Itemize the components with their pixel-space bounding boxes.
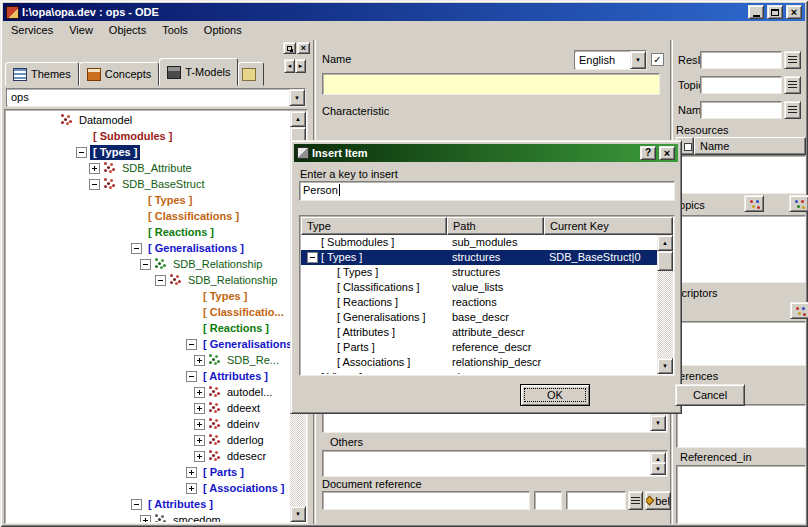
document-reference-extra-input[interactable]: [566, 491, 626, 510]
dialog-table-row[interactable]: [ Generalisations ]base_descr: [301, 310, 660, 325]
dialog-table-row[interactable]: [ Submodules ]sub_modules: [301, 235, 660, 250]
close-button[interactable]: ×: [786, 5, 802, 19]
insert-target-table[interactable]: Type Path Current Key [ Submodules ]sub_…: [299, 215, 675, 376]
menu-services[interactable]: Services: [3, 22, 61, 38]
minus-expander-icon[interactable]: [307, 252, 318, 263]
tree-item-smcedom[interactable]: smcedom: [6, 512, 290, 522]
dialog-table-row[interactable]: [ Associations ]relationship_descr: [301, 355, 660, 370]
tree-item-attributes[interactable]: [ Attributes ]: [6, 496, 290, 512]
dialog-table-row[interactable]: [ Views ]views: [301, 370, 660, 374]
tree-item-generalisations[interactable]: [ Generalisations ]: [6, 240, 290, 256]
tree-item-reactions[interactable]: [ Reactions ]: [6, 320, 290, 336]
tree-item-ddeext[interactable]: ddeext: [6, 400, 290, 416]
tab-tmodels[interactable]: T-Models: [159, 58, 238, 86]
minus-expander-icon[interactable]: [131, 499, 142, 510]
plus-expander-icon[interactable]: [194, 451, 205, 462]
minus-expander-icon[interactable]: [186, 371, 197, 382]
plus-expander-icon[interactable]: [140, 515, 151, 523]
resid-input[interactable]: [700, 51, 782, 69]
scrollbar-thumb[interactable]: [657, 251, 673, 271]
tree-item-sdb-basestruct[interactable]: SDB_BaseStruct: [6, 176, 290, 192]
dialog-close-button[interactable]: ×: [659, 146, 675, 160]
minus-expander-icon[interactable]: [186, 339, 197, 350]
label-button[interactable]: bel: [645, 491, 671, 510]
column-header-path[interactable]: Path: [447, 217, 544, 235]
topic-browse-button[interactable]: [784, 76, 801, 94]
resources-list[interactable]: [676, 155, 806, 194]
descriptors-list[interactable]: [676, 321, 806, 366]
plus-expander-icon[interactable]: [194, 419, 205, 430]
dialog-help-button[interactable]: ?: [640, 146, 656, 160]
tree-item-parts[interactable]: [ Parts ]: [6, 464, 290, 480]
tree-item-types[interactable]: [ Types ]: [6, 288, 290, 304]
tree-item-reactions[interactable]: [ Reactions ]: [6, 224, 290, 240]
tree-item-sdb-attribute[interactable]: SDB_Attribute: [6, 160, 290, 176]
descriptors-add-button[interactable]: [790, 302, 808, 319]
dialog-table-row[interactable]: [ Types ]structuresSDB_BaseStruct|0: [301, 250, 660, 265]
scroll-down-icon[interactable]: ▼: [650, 415, 666, 431]
plus-expander-icon[interactable]: [194, 355, 205, 366]
menu-tools[interactable]: Tools: [154, 22, 196, 38]
menu-options[interactable]: Options: [196, 22, 250, 38]
tree-item-ddesecr[interactable]: ddesecr: [6, 448, 290, 464]
dialog-table-row[interactable]: [ Classifications ]value_lists: [301, 280, 660, 295]
tree-item-datamodel[interactable]: Datamodel: [6, 112, 290, 128]
document-reference-input[interactable]: [322, 491, 530, 510]
resources-header-name[interactable]: Name: [694, 137, 806, 155]
table-scrollbar[interactable]: ▲ ▼: [657, 235, 673, 374]
dialog-table-row[interactable]: [ Attributes ]attribute_descr: [301, 325, 660, 340]
maximize-button[interactable]: [767, 5, 783, 19]
tree-item-sdb-re[interactable]: SDB_Re...: [6, 352, 290, 368]
tree-item-types[interactable]: [ Types ]: [6, 144, 290, 160]
cancel-button[interactable]: Cancel: [675, 384, 745, 406]
topics-remove-button[interactable]: [789, 195, 808, 212]
tree-item-classifications[interactable]: [ Classifications ]: [6, 208, 290, 224]
key-input[interactable]: Person: [299, 181, 675, 201]
menu-objects[interactable]: Objects: [101, 22, 154, 38]
references-list[interactable]: [676, 404, 806, 448]
tree-item-ddeinv[interactable]: ddeinv: [6, 416, 290, 432]
tree-item-sdb-relationship[interactable]: SDB_Relationship: [6, 272, 290, 288]
language-lock-checkbox[interactable]: ✓: [651, 53, 664, 66]
resource-name-browse-button[interactable]: [784, 101, 801, 119]
minus-expander-icon[interactable]: [76, 147, 87, 158]
tree-item-classificatio[interactable]: [ Classificatio...: [6, 304, 290, 320]
model-combo-dropdown[interactable]: ▼: [289, 89, 305, 106]
language-combo-dropdown[interactable]: ▼: [630, 51, 646, 69]
language-combo[interactable]: English ▼: [574, 50, 647, 70]
tab-concepts[interactable]: Concepts: [79, 62, 159, 86]
tree-item-dderlog[interactable]: dderlog: [6, 432, 290, 448]
dialog-title-bar[interactable]: Insert Item ? ×: [294, 144, 678, 162]
title-bar[interactable]: I:\opa\opa.dev : ops - ODE ×: [3, 3, 805, 21]
plus-expander-icon[interactable]: [194, 403, 205, 414]
plus-expander-icon[interactable]: [194, 435, 205, 446]
others-scrollbar[interactable]: ▲ ▼: [650, 452, 666, 475]
column-header-type[interactable]: Type: [301, 217, 447, 235]
scroll-down-icon[interactable]: ▼: [650, 462, 666, 475]
document-reference-page-input[interactable]: [534, 491, 562, 510]
menu-view[interactable]: View: [61, 22, 101, 38]
topics-list[interactable]: [676, 215, 806, 283]
tree-item-submodules[interactable]: [ Submodules ]: [6, 128, 290, 144]
minimize-button[interactable]: [748, 5, 764, 19]
referenced-in-list[interactable]: [676, 465, 806, 524]
minus-expander-icon[interactable]: [131, 243, 142, 254]
scroll-up-icon[interactable]: ▲: [290, 111, 306, 127]
tree-item-sdb-relationship[interactable]: SDB_Relationship: [6, 256, 290, 272]
tab-scroll-right-button[interactable]: ►: [295, 59, 306, 73]
tab-themes[interactable]: Themes: [5, 62, 79, 86]
topic-input[interactable]: [700, 76, 782, 94]
dialog-table-row[interactable]: [ Reactions ]reactions: [301, 295, 660, 310]
scroll-up-icon[interactable]: ▲: [657, 235, 673, 251]
name-input[interactable]: [322, 73, 660, 95]
document-reference-browse-button[interactable]: [628, 491, 643, 510]
others-list[interactable]: ▲ ▼: [322, 450, 668, 477]
minus-expander-icon[interactable]: [140, 259, 151, 270]
tab-scroll-left-button[interactable]: ◄: [284, 59, 295, 73]
tree-item-autodel[interactable]: autodel...: [6, 384, 290, 400]
plus-expander-icon[interactable]: [186, 483, 197, 494]
column-header-current-key[interactable]: Current Key: [544, 217, 673, 235]
tree-item-types[interactable]: [ Types ]: [6, 192, 290, 208]
panel-pin-button[interactable]: [283, 42, 296, 54]
plus-expander-icon[interactable]: [186, 467, 197, 478]
